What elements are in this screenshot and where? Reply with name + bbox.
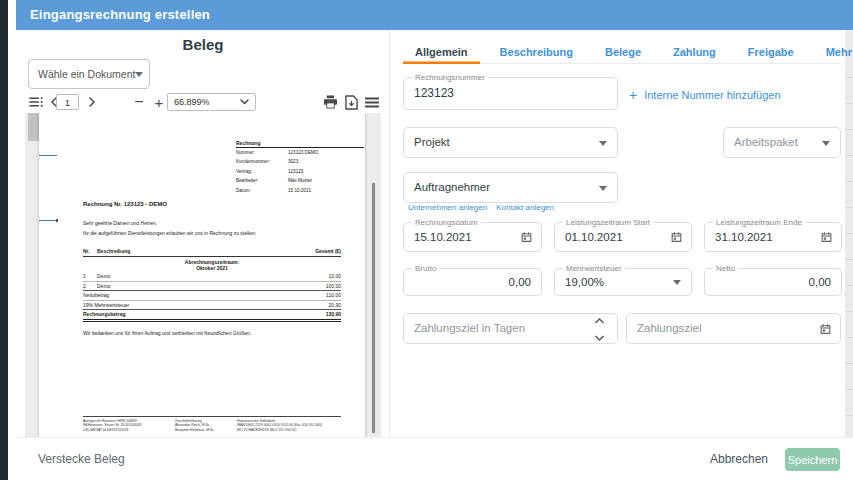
number-stepper: [594, 317, 605, 342]
info-value: 123123 DEMO: [288, 148, 318, 157]
invoice-info-box: Rechnung Nummer: 123123 DEMO Kundennumme…: [236, 140, 364, 195]
panel-divider: [389, 30, 390, 437]
zoom-level-select[interactable]: 66.899%: [167, 93, 256, 111]
info-box-title: Rechnung: [236, 140, 364, 148]
chevron-down-icon: [822, 141, 830, 146]
invoice-heading: Rechnung Nr. 123123 - DEMO: [83, 201, 167, 207]
payment-term-days-field[interactable]: Zahlungsziel in Tagen: [403, 313, 618, 344]
create-company-link[interactable]: Unternehmen anlegen: [408, 203, 487, 212]
tab-allgemein[interactable]: Allgemein: [403, 40, 480, 64]
project-select-label: Projekt: [404, 128, 617, 157]
invoice-date-field[interactable]: Rechnungsdatum 15.10.2021: [403, 222, 542, 252]
workpackage-select[interactable]: Arbeitspaket: [723, 127, 841, 158]
col-gesamt: Gesamt (€): [315, 248, 341, 254]
tab-mehr[interactable]: Mehr: [814, 40, 853, 64]
grand-total-row: Rechnungsbetrag 130,90: [83, 310, 341, 320]
zoom-out-button[interactable]: −: [131, 91, 147, 113]
info-label: Nummer:: [236, 148, 288, 157]
toolbar-menu-button[interactable]: [363, 91, 381, 113]
document-select-label: Wähle ein Dokument: [38, 68, 135, 80]
chevron-down-icon[interactable]: [594, 334, 605, 342]
chevron-right-icon: [88, 97, 96, 107]
project-select[interactable]: Projekt: [403, 127, 618, 158]
info-row: Kundennummer: 3023: [236, 157, 364, 166]
contractor-links: Unternehmen anlegen Kontakt anlegen: [408, 203, 554, 212]
sidebar-toggle-button[interactable]: [27, 91, 45, 113]
background-left-strip: [0, 0, 8, 480]
tab-freigabe[interactable]: Freigabe: [736, 40, 806, 64]
info-row: Bearbeiter: Max Muster: [236, 176, 364, 185]
calendar-icon[interactable]: [819, 322, 832, 336]
page-number-input[interactable]: 1: [56, 94, 79, 110]
tab-zahlung[interactable]: Zahlung: [661, 40, 728, 64]
fold-mark: [39, 155, 57, 156]
footer-management: Geschäftsführung Alexander Reich, M.Sc. …: [175, 419, 237, 432]
field-placeholder: Zahlungsziel: [627, 314, 840, 343]
col-nr: Nr.: [83, 248, 97, 254]
print-icon: [323, 95, 338, 109]
add-internal-number-label: Interne Nummer hinzufügen: [644, 89, 780, 101]
document-panel-title: Beleg: [16, 36, 390, 53]
footer-legal: Amtsgericht Hannover HRB 204809 FA Hanno…: [83, 419, 175, 432]
contractor-select[interactable]: Auftragnehmer: [403, 172, 618, 203]
invoice-number-field[interactable]: Rechnungsnummer 123123: [403, 77, 618, 110]
vat-row: 19% Mehrwertsteuer 20,90: [83, 301, 341, 311]
zoom-level-value: 66.899%: [174, 97, 210, 107]
chevron-up-icon[interactable]: [594, 317, 605, 325]
field-label: Leistungszeitraum Ende: [713, 218, 805, 228]
invoice-table-header: Nr. Beschreibung Gesamt (€): [83, 248, 341, 257]
field-placeholder: Zahlungsziel in Tagen: [404, 314, 617, 343]
sidebar-icon: [29, 96, 44, 108]
field-label: Mehrwertsteuer: [563, 264, 625, 274]
vat-select[interactable]: Mehrwertsteuer 19,00%: [554, 268, 692, 296]
invoice-closing: Wir bedanken uns für Ihren Auftrag und v…: [83, 330, 251, 336]
background-right-strip: [845, 0, 853, 480]
fold-mark-with-dot: [39, 220, 57, 221]
cancel-button[interactable]: Abbrechen: [710, 438, 768, 480]
hamburger-menu-icon: [365, 97, 379, 108]
pdf-viewer: Rechnung Nummer: 123123 DEMO Kundennumme…: [25, 113, 381, 437]
info-value: 123123: [288, 167, 303, 176]
download-button[interactable]: [342, 91, 360, 113]
info-row: Datum: 15.10.2021: [236, 186, 364, 195]
zoom-in-button[interactable]: +: [151, 91, 167, 113]
net-amount-field[interactable]: Netto 0,00: [704, 268, 842, 296]
info-label: Kundennummer:: [236, 157, 288, 166]
info-value: 15.10.2021: [288, 186, 311, 195]
next-page-button[interactable]: [85, 91, 99, 113]
app-window: Eingangsrechnung erstellen Beleg Wähle e…: [0, 0, 853, 480]
service-period-start-field[interactable]: Leistungszeitraum Start 01.10.2021: [554, 222, 692, 252]
service-period-end-field[interactable]: Leistungszeitraum Ende 31.10.2021: [704, 222, 842, 252]
add-internal-number-link[interactable]: + Interne Nummer hinzufügen: [629, 87, 781, 103]
payment-due-date-field[interactable]: Zahlungsziel: [626, 313, 841, 344]
billing-period: Abrechnungszeitraum: Oktober 2021: [83, 257, 341, 273]
calendar-icon[interactable]: [520, 230, 533, 244]
tab-beschreibung[interactable]: Beschreibung: [488, 40, 585, 64]
invoice-intro: für die aufgeführten Dienstleistungen er…: [83, 230, 256, 236]
table-row: 1 Demo 10,00: [83, 272, 341, 282]
chevron-down-icon: [599, 141, 607, 146]
info-row: Vertrag: 123123: [236, 167, 364, 176]
save-button[interactable]: Speichern: [785, 448, 840, 471]
pdf-toolbar: 1 − + 66.899%: [25, 91, 381, 113]
chevron-down-icon: [673, 280, 681, 285]
tab-belege[interactable]: Belege: [593, 40, 653, 64]
calendar-icon[interactable]: [820, 230, 833, 244]
pdf-vertical-scrollbar-thumb[interactable]: [372, 183, 375, 433]
field-label: Leistungszeitraum Start: [563, 218, 653, 228]
chevron-down-icon: [240, 99, 249, 105]
info-value: 3023: [288, 157, 298, 166]
download-file-icon: [345, 95, 358, 110]
invoice-table: Nr. Beschreibung Gesamt (€) Abrechnungsz…: [83, 248, 341, 322]
create-contact-link[interactable]: Kontakt anlegen: [496, 203, 554, 212]
hide-document-toggle[interactable]: Verstecke Beleg: [38, 438, 125, 480]
print-button[interactable]: [321, 91, 339, 113]
document-select[interactable]: Wähle ein Dokument: [28, 59, 150, 89]
col-beschreibung: Beschreibung: [97, 248, 315, 254]
gross-amount-field[interactable]: Brutto 0,00: [403, 268, 542, 296]
pdf-left-scrollbar-thumb[interactable]: [28, 113, 39, 141]
calendar-icon[interactable]: [670, 230, 683, 244]
table-row: 2 Demo 100,00: [83, 282, 341, 292]
info-value: Max Muster: [288, 176, 312, 185]
dialog-title: Eingangsrechnung erstellen: [16, 0, 853, 30]
